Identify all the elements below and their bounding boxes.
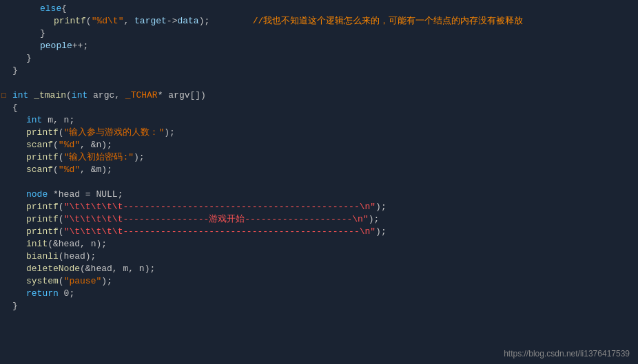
- line-content: }: [10, 300, 638, 312]
- code-line: }: [0, 52, 638, 65]
- token-arrow: ->: [167, 16, 178, 26]
- line-content: printf("\t\t\t\t\t----------------游戏开始--…: [10, 213, 638, 226]
- token-punct: }: [12, 65, 18, 76]
- line-content: printf("输入初始密码:");: [10, 151, 638, 164]
- token-var: data: [177, 16, 198, 26]
- line-content: [10, 176, 638, 189]
- token-fn: bianli: [26, 251, 59, 261]
- code-line: int m, n;: [0, 114, 638, 127]
- token-normal: (&head, m, n);: [80, 264, 155, 274]
- token-str: "输入初始密码:": [64, 152, 134, 162]
- line-content: }: [10, 28, 638, 40]
- line-content: [10, 312, 638, 325]
- token-normal: (&head, n);: [48, 239, 107, 249]
- token-kw: else: [40, 3, 61, 14]
- token-fn: printf: [26, 214, 59, 224]
- line-content: system("pause");: [10, 275, 638, 288]
- code-editor: else{printf("%d\t", target->data); //我也不…: [0, 0, 638, 364]
- token-normal: , &m);: [80, 164, 112, 175]
- token-punct: (: [59, 214, 64, 224]
- token-punct: (: [59, 152, 64, 162]
- token-fn: system: [26, 276, 59, 286]
- token-punct: );: [369, 214, 380, 224]
- token-fn: scanf: [26, 140, 53, 150]
- token-kw: int: [26, 115, 42, 125]
- token-normal: 0;: [59, 288, 74, 299]
- line-content: int _tmain(int argc, _TCHAR* argv[]): [10, 89, 638, 102]
- code-line: {: [0, 102, 638, 114]
- code-line: □int _tmain(int argc, _TCHAR* argv[]): [0, 89, 638, 102]
- token-fn: deleteNode: [26, 264, 80, 274]
- token-str-red: "\t\t\t\t\t-----------------------------…: [64, 202, 375, 212]
- token-str: "%d\t": [92, 16, 124, 26]
- token-kw-orange: _TCHAR: [125, 90, 158, 100]
- token-punct: (: [59, 127, 64, 138]
- token-cmt-chinese: //我也不知道这个逻辑怎么来的，可能有一个结点的内存没有被释放: [209, 16, 523, 26]
- line-content: scanf("%d", &m);: [10, 164, 638, 176]
- token-str-red: "\t\t\t\t\t----------------游戏开始---------…: [64, 214, 369, 224]
- line-content: }: [10, 52, 638, 65]
- code-line: }: [0, 65, 638, 77]
- token-normal: *head = NULL;: [48, 189, 123, 200]
- token-kw: return: [26, 288, 59, 299]
- token-punct: (: [66, 90, 72, 100]
- token-var: target: [134, 16, 167, 26]
- code-line: printf("输入初始密码:");: [0, 151, 638, 164]
- token-normal: m, n;: [42, 115, 74, 125]
- code-line: bianli(head);: [0, 250, 638, 263]
- code-line: scanf("%d", &m);: [0, 164, 638, 176]
- collapse-marker: □: [0, 89, 10, 102]
- code-line: [0, 176, 638, 189]
- code-line: scanf("%d", &n);: [0, 139, 638, 151]
- token-kw: node: [26, 189, 48, 200]
- code-line: [0, 312, 638, 325]
- token-str: "%d": [59, 164, 80, 175]
- token-str: "pause": [64, 276, 102, 286]
- token-punct: );: [375, 202, 387, 212]
- code-line: node *head = NULL;: [0, 189, 638, 201]
- token-punct: (: [59, 226, 64, 237]
- code-line: people++;: [0, 40, 638, 52]
- code-line: printf("%d\t", target->data); //我也不知道这个逻…: [0, 15, 638, 28]
- token-fn: printf: [54, 16, 86, 26]
- code-line: printf("\t\t\t\t\t----------------------…: [0, 201, 638, 213]
- token-punct: (: [86, 16, 92, 26]
- line-content: {: [10, 102, 638, 114]
- token-punct: );: [134, 152, 145, 162]
- line-content: }: [10, 65, 638, 77]
- code-line: printf("输入参与游戏的人数：");: [0, 127, 638, 139]
- line-content: [10, 77, 638, 89]
- token-punct: ++;: [72, 41, 88, 51]
- token-punct: );: [101, 276, 112, 286]
- token-fn: _tmain: [34, 90, 66, 100]
- token-punct: (: [53, 164, 59, 175]
- token-punct: {: [12, 103, 18, 113]
- token-punct: );: [164, 127, 175, 138]
- token-punct: }: [12, 301, 18, 311]
- token-str: "输入参与游戏的人数：": [64, 127, 165, 138]
- line-content: node *head = NULL;: [10, 189, 638, 201]
- token-str: "%d": [59, 140, 80, 150]
- line-content: printf("\t\t\t\t\t----------------------…: [10, 201, 638, 213]
- line-content: init(&head, n);: [10, 238, 638, 250]
- token-punct: );: [199, 16, 210, 26]
- line-content: scanf("%d", &n);: [10, 139, 638, 151]
- token-punct: }: [40, 28, 45, 39]
- token-fn: init: [26, 239, 48, 249]
- line-content: deleteNode(&head, m, n);: [10, 263, 638, 275]
- token-punct: );: [375, 226, 387, 237]
- code-line: printf("\t\t\t\t\t----------------------…: [0, 226, 638, 238]
- watermark: https://blog.csdn.net/li1376417539: [504, 349, 630, 358]
- line-content: printf("\t\t\t\t\t----------------------…: [10, 226, 638, 238]
- token-fn: scanf: [26, 164, 53, 175]
- token-fn: printf: [26, 152, 59, 162]
- code-line: system("pause");: [0, 275, 638, 288]
- token-fn: printf: [26, 127, 59, 138]
- line-content: else{: [10, 3, 638, 15]
- token-punct: (: [59, 276, 64, 286]
- code-line: [0, 77, 638, 89]
- token-var: people: [40, 41, 72, 51]
- code-line: printf("\t\t\t\t\t----------------游戏开始--…: [0, 213, 638, 226]
- code-line: }: [0, 300, 638, 312]
- token-normal: argc,: [88, 90, 125, 100]
